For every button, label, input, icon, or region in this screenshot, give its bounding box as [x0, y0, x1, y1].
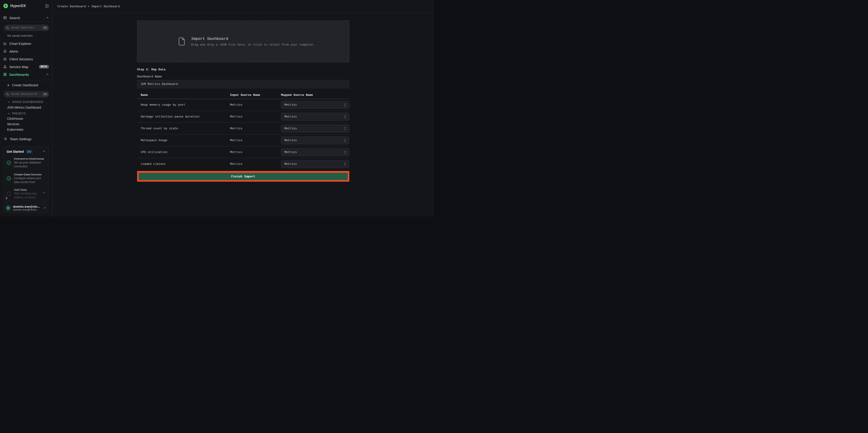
- preset-link-label: ClickHouse: [7, 117, 23, 120]
- team-settings-label: Team Settings: [10, 137, 31, 141]
- row-name: Heap memory usage by pool: [137, 103, 226, 106]
- gear-icon: [4, 137, 7, 141]
- table-row: Heap memory usage by pool Metrics Metric…: [137, 99, 349, 111]
- mapped-source-select[interactable]: Metrics: [281, 160, 349, 168]
- user-name: dominic.tran@clic...: [13, 205, 41, 208]
- saved-searches-search[interactable]: ⌘K: [4, 25, 49, 31]
- chevron-up-down-icon: [344, 115, 346, 119]
- chevron-up-icon: [46, 73, 49, 76]
- sidebar-item-label: Service Map: [9, 65, 28, 69]
- hyperdx-app-window: HyperDX Search: [0, 0, 434, 216]
- chevron-up-down-icon: [344, 138, 346, 142]
- import-dashboard-content: Import Dashboard Drag and drop a JSON fi…: [137, 21, 349, 182]
- create-dashboard-button[interactable]: Create Dashboard: [0, 82, 52, 89]
- saved-dashboards-input[interactable]: [11, 92, 41, 96]
- app-title: HyperDX: [10, 4, 26, 8]
- get-started-step-add-data[interactable]: Add Data Start sending logs, metrics, or…: [4, 188, 48, 199]
- mapping-table: Name Input Source Name Mapped Source Nam…: [137, 91, 349, 170]
- saved-searches-input[interactable]: [11, 26, 41, 30]
- annotation-highlight-box: Finish Import: [137, 171, 349, 182]
- arrow-right-icon: [42, 191, 45, 195]
- row-name: CPU utilization: [137, 151, 226, 154]
- magnifier-icon: [6, 26, 9, 29]
- dropzone-title: Import Dashboard: [191, 37, 315, 41]
- mapped-source-select[interactable]: Metrics: [281, 148, 349, 156]
- mapped-source-select[interactable]: Metrics: [281, 125, 349, 132]
- chevron-up-icon: [42, 150, 45, 154]
- sidebar-item-client-sessions[interactable]: Client Sessions: [0, 55, 52, 63]
- breadcrumb-separator: >: [88, 5, 90, 8]
- sidebar-collapse-icon[interactable]: [45, 4, 49, 8]
- get-started-step-connect[interactable]: Connect to ClickHouse Set up your databa…: [4, 157, 48, 168]
- sidebar: HyperDX Search: [0, 0, 52, 216]
- sidebar-item-label: Alerts: [9, 50, 18, 53]
- search-section-icon: [3, 16, 7, 20]
- sidebar-item-team-settings[interactable]: Team Settings: [0, 135, 52, 142]
- mapped-source-select[interactable]: Metrics: [281, 113, 349, 121]
- row-input-source: Metrics: [226, 151, 277, 154]
- sidebar-item-alerts[interactable]: Alerts: [0, 48, 52, 55]
- sidebar-item-search[interactable]: Search: [0, 14, 52, 22]
- file-dropzone[interactable]: Import Dashboard Drag and drop a JSON fi…: [137, 21, 349, 62]
- help-button[interactable]: ?: [3, 195, 10, 202]
- mapped-source-select[interactable]: Metrics: [281, 136, 349, 144]
- shortcut-badge: ⌘K: [42, 92, 48, 96]
- selected-option: Metrics: [284, 138, 297, 142]
- step-title: Create Data Sources: [14, 173, 45, 177]
- node-graph-icon: [3, 65, 7, 68]
- row-name: Thread count by state: [137, 127, 226, 130]
- row-input-source: Metrics: [226, 127, 277, 130]
- dashboards-grid-icon: [3, 73, 7, 76]
- sidebar-item-chart-explorer[interactable]: Chart Explorer: [0, 40, 52, 48]
- sidebar-item-jvm-metrics-dashboard[interactable]: JVM Metrics Dashboard: [0, 105, 52, 110]
- selected-option: Metrics: [284, 115, 297, 118]
- get-started-header[interactable]: Get Started 2/3: [4, 147, 48, 154]
- group-label: SAVED DASHBOARDS: [12, 100, 43, 103]
- get-started-step-sources[interactable]: Create Data Sources Configure where your…: [4, 173, 48, 184]
- step-description: Start sending logs, metrics, or traces: [14, 192, 39, 199]
- divider: [0, 22, 52, 22]
- step-label: Step 2: Map Data: [137, 68, 349, 71]
- breadcrumb-create-dashboard[interactable]: Create Dashboard: [57, 5, 86, 8]
- table-row: CPU utilization Metrics Metrics: [137, 146, 349, 158]
- step-title: Connect to ClickHouse: [14, 157, 45, 161]
- column-header-mapped-source: Mapped Source Name: [277, 93, 349, 97]
- main-area: Create Dashboard > Import Dashboard Impo…: [52, 0, 434, 216]
- finish-import-button[interactable]: Finish Import: [139, 173, 348, 180]
- chart-explorer-icon: [3, 42, 7, 45]
- sidebar-item-label: Client Sessions: [9, 57, 33, 61]
- create-dashboard-label: Create Dashboard: [12, 83, 38, 87]
- selected-option: Metrics: [284, 127, 297, 130]
- row-name: Metaspace Usage: [137, 138, 226, 142]
- chevron-up-down-icon: [344, 162, 346, 166]
- user-profile-button[interactable]: D dominic.tran@clic... dominic.tran@clic…: [3, 204, 48, 213]
- row-input-source: Metrics: [226, 138, 277, 142]
- dashboard-link-label: JVM Metrics Dashboard: [7, 105, 41, 109]
- row-name: Loaded classes: [137, 162, 226, 166]
- presets-group-header[interactable]: PRESETS: [0, 111, 52, 116]
- sidebar-item-kubernetes[interactable]: Kubernetes: [0, 127, 52, 132]
- divider: [0, 80, 52, 80]
- sidebar-item-dashboards[interactable]: Dashboards: [0, 70, 52, 78]
- avatar: D: [5, 205, 11, 211]
- dashboard-name-input[interactable]: [137, 80, 349, 88]
- dashboard-name-label: Dashboard Name: [137, 75, 349, 79]
- sidebar-item-services[interactable]: Services: [0, 121, 52, 127]
- saved-dashboards-group-header[interactable]: SAVED DASHBOARDS: [0, 100, 52, 104]
- laptop-icon: [3, 57, 7, 61]
- step-title: Add Data: [14, 188, 39, 192]
- sidebar-item-label: Chart Explorer: [9, 42, 31, 45]
- chevron-right-icon: [43, 206, 46, 210]
- mapped-source-select[interactable]: Metrics: [281, 101, 349, 109]
- row-input-source: Metrics: [226, 103, 277, 106]
- sidebar-item-clickhouse[interactable]: ClickHouse: [0, 116, 52, 121]
- user-email: dominic.tran@clickh...: [13, 208, 41, 211]
- sidebar-item-service-map[interactable]: Service Map BETA: [0, 63, 52, 70]
- saved-dashboards-search[interactable]: ⌘K: [4, 91, 49, 97]
- sidebar-item-label: Search: [9, 16, 20, 20]
- chevron-up-down-icon: [344, 103, 346, 107]
- check-circle-icon: [7, 160, 11, 165]
- breadcrumb-import-dashboard: Import Dashboard: [91, 5, 120, 8]
- table-row: Metaspace Usage Metrics Metrics: [137, 134, 349, 146]
- table-row: Thread count by state Metrics Metrics: [137, 123, 349, 134]
